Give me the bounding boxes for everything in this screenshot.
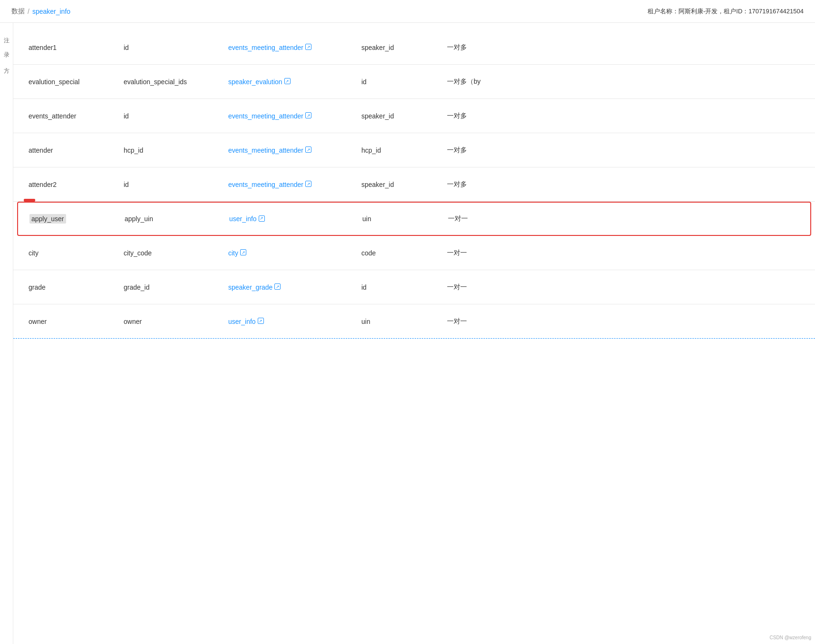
external-link-icon: ↗ [305,112,311,118]
relation-type: 一对一 [443,317,500,326]
external-link-icon: ↗ [274,283,281,290]
ref-table-name: events_meeting_attender [228,112,303,120]
field-name: attender1 [25,44,120,51]
relation-type: 一对一 [443,249,500,257]
field-name: grade [25,283,120,291]
ref-table-link[interactable]: user_info↗ [225,215,359,223]
ref-field: hcp_id [358,146,443,154]
ref-field: code [358,249,443,257]
sidebar-label-2: 录 [2,48,10,49]
watermark: CSDN @wzerofeng [770,635,811,640]
ref-table-link[interactable]: user_info↗ [224,318,358,325]
highlighted-field: apply_user [29,214,66,224]
local-field: hcp_id [120,146,224,154]
sidebar-label-3: 方 [2,63,10,64]
relation-type: 一对多 [443,180,500,189]
local-field: owner [120,318,224,325]
ref-table-name: user_info [228,318,256,325]
ref-table-link[interactable]: speaker_grade↗ [224,283,358,291]
ref-table-name: events_meeting_attender [228,44,303,51]
local-field: city_code [120,249,224,257]
ref-table-name: user_info [229,215,257,223]
table-row: events_attenderidevents_meeting_attender… [13,99,815,133]
ref-table-name: events_meeting_attender [228,181,303,188]
relation-type: 一对一 [443,283,500,292]
ref-field: speaker_id [358,112,443,120]
external-link-icon: ↗ [305,44,311,50]
left-sidebar: 注 录 方 [0,23,13,644]
table-row: gradegrade_idspeaker_grade↗id一对一 [13,270,815,304]
local-field: id [120,112,224,120]
external-link-icon: ↗ [284,78,291,84]
relation-type: 一对多（by [443,78,500,86]
external-link-icon: ↗ [240,249,246,255]
ref-table-link[interactable]: speaker_evalution↗ [224,78,358,86]
table-row: ownerowneruser_info↗uin一对一 [13,304,815,339]
main-content: attender1idevents_meeting_attender↗speak… [13,23,815,644]
ref-table-link[interactable]: events_meeting_attender↗ [224,181,358,188]
top-bar: 数据 / speaker_info 租户名称：阿斯利康-开发，租户ID：1707… [0,0,815,23]
ref-field: id [358,283,443,291]
breadcrumb-parent[interactable]: 数据 [11,7,25,16]
ref-field: uin [358,318,443,325]
field-name: attender2 [25,181,120,188]
table-row: citycity_codecity↗code一对一 [13,236,815,270]
ref-table-link[interactable]: events_meeting_attender↗ [224,146,358,154]
ref-table-name: speaker_evalution [228,78,282,86]
breadcrumb: 数据 / speaker_info [11,7,70,16]
external-link-icon: ↗ [259,215,265,222]
field-name: city [25,249,120,257]
field-name: attender [25,146,120,154]
table-row: attender2idevents_meeting_attender↗speak… [13,167,815,202]
external-link-icon: ↗ [305,146,311,153]
field-name: evalution_special [25,78,120,86]
local-field: id [120,44,224,51]
external-link-icon: ↗ [305,181,311,187]
sidebar-label-1: 注 [2,32,10,33]
local-field: evalution_special_ids [120,78,224,86]
table-row: apply_userapply_uinuser_info↗uin一对一 [17,202,811,236]
relation-type: 一对多 [443,112,500,120]
page-layout: 注 录 方 attender1idevents_meeting_attender… [0,23,815,644]
ref-field: speaker_id [358,44,443,51]
table-row: attenderhcp_idevents_meeting_attender↗hc… [13,133,815,167]
breadcrumb-current[interactable]: speaker_info [32,8,70,15]
ref-field: id [358,78,443,86]
ref-table-name: city [228,249,238,257]
ref-table-name: events_meeting_attender [228,146,303,154]
table-row: attender1idevents_meeting_attender↗speak… [13,30,815,65]
breadcrumb-separator: / [28,8,29,15]
tenant-info: 租户名称：阿斯利康-开发，租户ID：1707191674421504 [648,7,804,16]
ref-table-link[interactable]: city↗ [224,249,358,257]
field-name: apply_user [26,215,121,223]
table-container: attender1idevents_meeting_attender↗speak… [13,30,815,339]
external-link-icon: ↗ [258,318,264,324]
relation-type: 一对一 [444,215,501,223]
relation-type: 一对多 [443,146,500,155]
ref-field: uin [359,215,444,223]
field-name: owner [25,318,120,325]
ref-field: speaker_id [358,181,443,188]
local-field: id [120,181,224,188]
local-field: grade_id [120,283,224,291]
ref-table-link[interactable]: events_meeting_attender↗ [224,112,358,120]
ref-table-link[interactable]: events_meeting_attender↗ [224,44,358,51]
ref-table-name: speaker_grade [228,283,272,291]
relation-type: 一对多 [443,43,500,52]
table-row: evalution_specialevalution_special_idssp… [13,65,815,99]
field-name: events_attender [25,112,120,120]
local-field: apply_uin [121,215,225,223]
